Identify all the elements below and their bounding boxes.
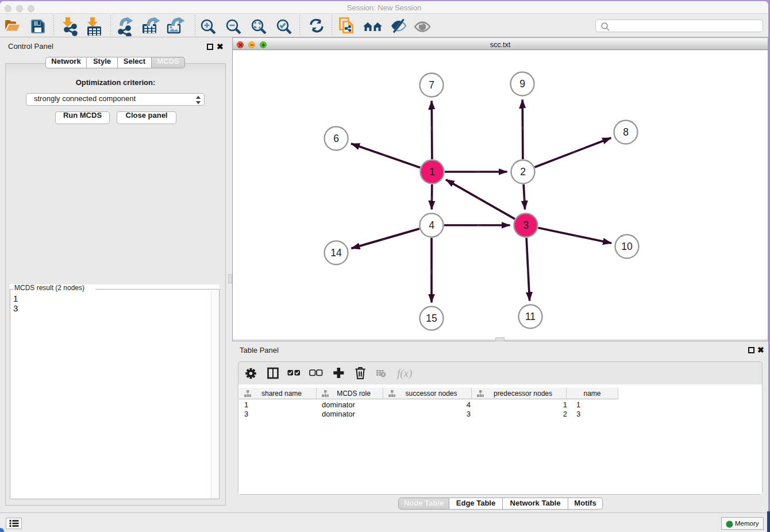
svg-text:4: 4 <box>429 219 434 231</box>
svg-text:9: 9 <box>519 78 525 90</box>
svg-text:8: 8 <box>623 126 629 138</box>
svg-text:11: 11 <box>525 311 536 322</box>
svg-text:7: 7 <box>429 79 434 91</box>
svg-text:1: 1 <box>429 166 435 178</box>
svg-text:15: 15 <box>426 313 437 324</box>
svg-text:10: 10 <box>621 241 633 252</box>
svg-text:2: 2 <box>520 166 526 178</box>
svg-text:f(x): f(x) <box>397 367 412 380</box>
svg-text:14: 14 <box>330 247 342 259</box>
svg-text:6: 6 <box>333 133 339 144</box>
svg-text:3: 3 <box>523 219 529 231</box>
